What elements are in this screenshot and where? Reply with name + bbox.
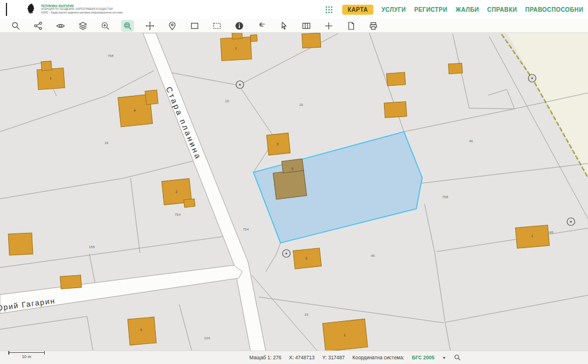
zoom-box-tool-button[interactable] [121,20,134,32]
polygon-select-tool-button[interactable] [211,20,223,32]
building[interactable] [8,233,33,255]
building[interactable] [384,102,407,118]
map-canvas[interactable]: 7581616167541587541041645758461461421392… [0,33,588,364]
location-pin-tool-button[interactable] [166,20,179,32]
parcel-label: 758 [442,195,449,199]
building-label: 1 [531,234,533,238]
agency-logo: РЕПУБЛИКА БЪЛГАРИЯ АГЕНЦИЯ ПО ГЕОДЕЗИЯ, … [6,3,122,16]
crs-label: Координатна система: [352,355,404,360]
nav-item-регистри[interactable]: РЕГИСТРИ [414,6,447,13]
scalebar-label: 10 m [8,355,45,359]
nav-item-жалби[interactable]: ЖАЛБИ [456,6,479,13]
pan-tool-button[interactable] [143,20,156,32]
parcel-label: 754 [175,213,181,216]
search-tool-button[interactable] [9,20,22,32]
parcel-label: 146 [547,231,554,234]
map-toolbar [0,19,588,33]
rectangle-select-tool-button[interactable] [188,20,201,32]
nav-item-правоспособни[interactable]: ПРАВОСПОСОБНИ [525,6,583,13]
building-label: 2 [175,190,177,193]
share-tool-button[interactable] [32,20,45,32]
geodetic-point-dot [239,84,240,85]
logo-divider [6,3,7,16]
lion-crest-icon [26,3,35,16]
map-scalebar: 10 m [8,352,45,359]
main-nav: КАРТАУСЛУГИРЕГИСТРИЖАЛБИСПРАВКИПРАВОСПОС… [325,0,583,19]
map-scale-readout: Мащаб 1: 276 [249,355,282,360]
building-label: 3 [276,142,278,146]
building[interactable] [449,63,463,74]
parcel-label: 16 [299,103,303,106]
building-label: 1 [235,46,236,50]
undo-tool-button[interactable] [255,20,268,32]
parcel-label: 758 [108,54,114,58]
parcel-label: 46 [469,139,473,143]
building-label: 2 [305,256,307,260]
building-label: 1 [343,333,345,337]
apps-grid-icon[interactable] [325,6,333,14]
cursor-x-readout: X: 4748713 [289,355,315,360]
geodetic-point-dot [531,77,533,79]
zoom-in-tool-button[interactable] [99,20,112,32]
document-tool-button[interactable] [345,20,358,32]
visibility-tool-button[interactable] [54,20,67,32]
header: РЕПУБЛИКА БЪЛГАРИЯ АГЕНЦИЯ ПО ГЕОДЕЗИЯ, … [0,0,588,19]
parcel-label: 45 [371,254,375,258]
building-label: 4 [133,109,135,112]
parcel-label: 16 [305,313,309,316]
map-canvas-wrap: 7581616167541587541041645758461461421392… [0,33,588,364]
parcel-label: 754 [243,228,249,231]
statusbar: 10 m Мащаб 1: 276 X: 4748713 Y: 317487 К… [0,350,588,364]
building-label: 9 [291,167,293,171]
geodetic-point-dot [285,252,287,254]
crs-dropdown-caret-icon[interactable]: ▼ [442,356,446,360]
parcel-label: 16 [105,141,109,145]
geodetic-point-dot [570,221,572,222]
layers-tool-button[interactable] [76,20,89,32]
building[interactable] [386,72,405,86]
logo-line-3: КАИС - Кадастрално административна инфор… [41,11,122,15]
table-tool-button[interactable] [300,20,313,32]
crosshair-tool-button[interactable] [322,20,335,32]
cursor-y-readout: Y: 317487 [322,355,345,360]
building-label: 5 [140,328,142,332]
statusbar-search-icon[interactable] [454,354,461,361]
building[interactable] [60,275,81,289]
parcel-label: 104 [204,336,211,340]
nav-item-услуги[interactable]: УСЛУГИ [382,6,406,13]
building[interactable] [302,33,320,48]
parcel-label: 158 [89,245,95,249]
nav-item-справки[interactable]: СПРАВКИ [487,6,517,13]
pointer-tool-button[interactable] [278,20,290,32]
print-tool-button[interactable] [367,20,380,32]
building-label: 1 [49,76,51,80]
nav-item-карта[interactable]: КАРТА [342,5,373,15]
crs-value[interactable]: БГС 2005 [412,355,435,360]
info-tool-button[interactable] [233,20,246,32]
parcel-label: 16 [225,99,229,103]
